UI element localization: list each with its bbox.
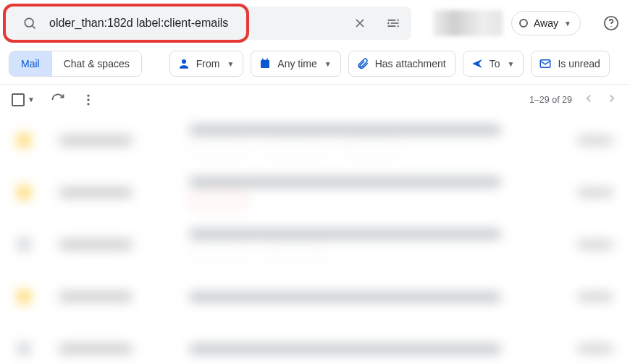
svg-line-1 <box>33 26 35 29</box>
select-all-checkbox[interactable]: ▼ <box>12 93 35 106</box>
pagination-count: 1–29 of 29 <box>529 95 572 105</box>
filter-anytime-label: Any time <box>277 58 316 69</box>
message-list-blurred <box>0 114 630 364</box>
filter-anytime[interactable]: Any time ▼ <box>251 51 340 77</box>
chevron-down-icon: ▼ <box>564 20 571 27</box>
account-info-blurred <box>433 10 503 36</box>
chevron-down-icon: ▼ <box>324 60 332 68</box>
chevron-down-icon: ▼ <box>28 96 35 103</box>
filter-bar: Mail Chat & spaces From ▼ Any time ▼ Has… <box>0 46 630 85</box>
svg-rect-9 <box>263 59 264 62</box>
search-input[interactable] <box>49 7 340 40</box>
svg-point-12 <box>87 94 89 96</box>
svg-point-6 <box>182 59 186 64</box>
segment-chat[interactable]: Chat & spaces <box>51 51 141 76</box>
refresh-button[interactable] <box>51 93 65 107</box>
filter-to-label: To <box>490 58 500 69</box>
svg-point-5 <box>610 26 611 27</box>
status-label: Away <box>534 17 558 29</box>
filter-has-attachment[interactable]: Has attachment <box>348 51 455 77</box>
svg-point-14 <box>87 103 89 105</box>
chevron-down-icon: ▼ <box>227 60 234 68</box>
filter-is-unread[interactable]: Is unread <box>531 51 609 77</box>
status-selector[interactable]: Away ▼ <box>511 11 581 35</box>
svg-point-13 <box>87 98 89 101</box>
more-button[interactable] <box>81 93 96 107</box>
search-icon[interactable] <box>16 9 43 37</box>
status-away-icon <box>519 19 528 27</box>
list-toolbar: ▼ 1–29 of 29 <box>0 85 630 114</box>
filter-to[interactable]: To ▼ <box>463 51 524 77</box>
segmented-control: Mail Chat & spaces <box>9 51 142 77</box>
clear-search-icon[interactable] <box>346 9 374 37</box>
segment-mail[interactable]: Mail <box>9 51 51 76</box>
help-button[interactable] <box>598 10 624 36</box>
svg-point-0 <box>25 18 33 27</box>
filter-unread-label: Is unread <box>558 58 600 69</box>
prev-page-button[interactable] <box>582 92 595 107</box>
chevron-down-icon: ▼ <box>508 60 515 68</box>
filter-from-label: From <box>196 58 220 69</box>
search-bar <box>6 7 411 40</box>
svg-rect-10 <box>267 59 269 62</box>
filter-from[interactable]: From ▼ <box>169 51 244 77</box>
search-options-icon[interactable] <box>379 9 407 37</box>
next-page-button[interactable] <box>605 92 618 107</box>
filter-attachment-label: Has attachment <box>375 58 446 69</box>
